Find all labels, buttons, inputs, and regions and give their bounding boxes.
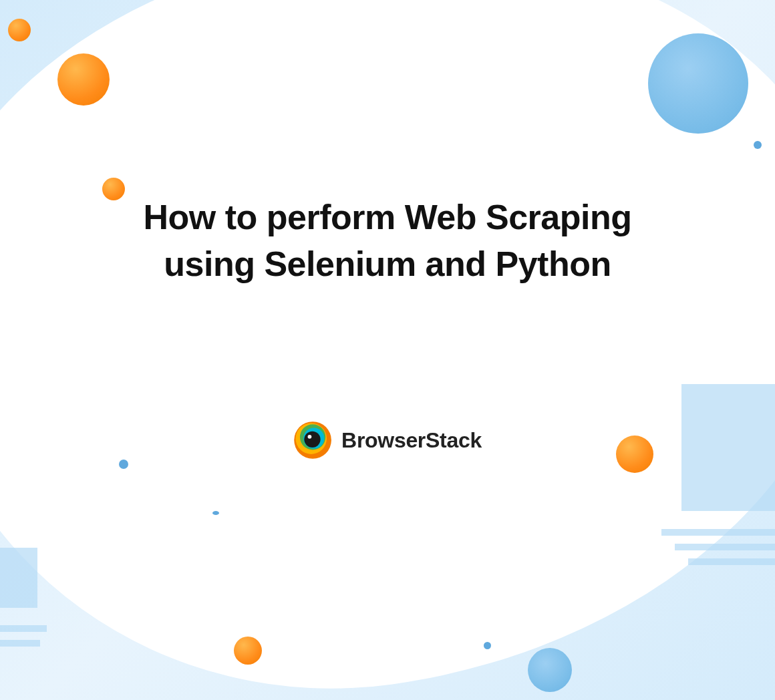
orange-dot-icon [616,435,653,473]
bar-decor [675,544,775,550]
bar-decor [661,529,775,536]
blue-dot-icon [484,642,491,649]
svg-point-5 [308,435,312,439]
orange-dot-icon [57,53,110,106]
bar-decor [681,384,775,511]
orange-dot-icon [234,637,262,665]
blue-circle-icon [528,648,572,692]
page-title: How to perform Web Scraping using Seleni… [114,194,661,287]
brand-logo-block: BrowserStack [293,421,482,460]
blue-dot-icon [212,511,219,515]
svg-point-4 [304,431,320,448]
bar-decor [688,558,775,565]
bar-decor [0,640,40,647]
blue-circle-icon [648,33,748,134]
blue-dot-icon [754,141,762,149]
brand-name: BrowserStack [341,428,482,453]
bar-decor [0,548,37,608]
bar-decor [0,625,47,632]
orange-dot-icon [8,19,31,41]
browserstack-logo-icon [293,421,332,460]
blue-dot-icon [119,460,128,469]
